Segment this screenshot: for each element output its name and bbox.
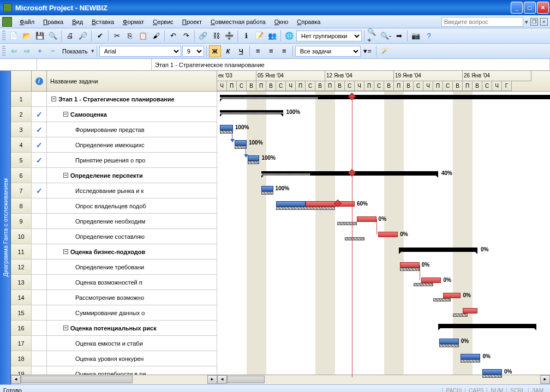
bold-button[interactable]: Ж	[209, 45, 221, 57]
align-left-button[interactable]: ≡	[252, 45, 264, 57]
assign-button[interactable]: 👥	[266, 30, 278, 42]
summary-bar[interactable]	[220, 110, 283, 114]
outline-toggle[interactable]: −	[63, 325, 68, 330]
zoom-in-button[interactable]: 🔍+	[367, 30, 379, 42]
outline-toggle[interactable]: −	[63, 112, 68, 117]
row-id[interactable]: 16	[11, 321, 32, 335]
search-button[interactable]: 🔍	[47, 30, 59, 42]
row-id[interactable]: 15	[11, 305, 32, 320]
notes-button[interactable]: 📝	[253, 30, 265, 42]
table-row[interactable]: 11−Оценка бизнес-подходов	[11, 244, 217, 260]
table-row[interactable]: 4✓Определение имеющихс	[11, 137, 217, 153]
row-id[interactable]: 1	[11, 92, 32, 106]
table-row[interactable]: 12Определение требовани	[11, 260, 217, 275]
task-bar[interactable]	[461, 354, 480, 359]
format-painter-button[interactable]: 🖌	[150, 30, 162, 42]
outline-toggle[interactable]: −	[63, 249, 68, 254]
italic-button[interactable]: К	[222, 45, 234, 57]
publish-button[interactable]: 🌐	[283, 30, 295, 42]
maximize-button[interactable]: □	[524, 2, 536, 14]
row-name[interactable]: −Оценка потенциальных риск	[47, 321, 217, 335]
table-row[interactable]: 7✓Исследование рынка и к	[11, 183, 217, 198]
help-button[interactable]: ?	[423, 30, 435, 42]
cut-button[interactable]: ✂	[111, 30, 123, 42]
task-bar[interactable]	[400, 262, 420, 268]
row-name[interactable]: Определение необходим	[47, 214, 217, 228]
row-name[interactable]: Определение имеющихс	[47, 137, 217, 152]
menu-Окно[interactable]: Окно	[270, 17, 293, 27]
table-row[interactable]: 3✓Формирование представ	[11, 122, 217, 137]
row-id[interactable]: 5	[11, 153, 32, 167]
task-bar[interactable]	[261, 186, 273, 191]
row-name[interactable]: Исследование рынка и к	[47, 183, 217, 198]
row-name[interactable]: Суммирование данных о	[47, 305, 217, 320]
scroll-right-button[interactable]: ►	[207, 375, 217, 384]
task-bar[interactable]	[248, 155, 260, 161]
row-id[interactable]: 7	[11, 183, 32, 198]
table-row[interactable]: 8Опрос владельцев подоб	[11, 198, 217, 214]
table-row[interactable]: 1−Этап 1 - Стратегическое планирование	[11, 92, 217, 107]
open-button[interactable]: 📂	[21, 30, 33, 42]
row-id[interactable]: 11	[11, 244, 32, 259]
table-row[interactable]: 9Определение необходим	[11, 214, 217, 229]
menu-Сервис[interactable]: Сервис	[148, 17, 178, 27]
scroll-left-button[interactable]: ◄	[11, 375, 21, 384]
row-name[interactable]: Оценка уровня конкурен	[47, 351, 217, 366]
row-id[interactable]: 14	[11, 290, 32, 305]
filter-combo[interactable]: Все задачи	[295, 46, 361, 57]
redo-button[interactable]: ↷	[180, 30, 192, 42]
row-name[interactable]: Опрос владельцев подоб	[47, 198, 217, 213]
font-size-combo[interactable]: 9	[182, 46, 204, 57]
split-button[interactable]: ➗	[223, 30, 235, 42]
row-id[interactable]: 10	[11, 229, 32, 244]
row-id[interactable]: 6	[11, 168, 32, 183]
task-bar[interactable]	[482, 369, 502, 375]
font-combo[interactable]: Arial	[99, 46, 181, 57]
summary-bar[interactable]	[399, 248, 477, 252]
outline-toggle[interactable]: −	[63, 173, 68, 178]
underline-button[interactable]: Ч	[235, 45, 247, 57]
group-combo[interactable]: Нет группировки	[296, 31, 362, 41]
task-bar[interactable]	[463, 308, 477, 313]
minimize-button[interactable]: _	[511, 2, 523, 14]
menu-Совместная работа[interactable]: Совместная работа	[206, 17, 270, 27]
unlink-button[interactable]: ⛓	[210, 30, 222, 42]
row-name[interactable]: Определение требовани	[47, 260, 217, 274]
menu-Файл[interactable]: Файл	[15, 17, 39, 27]
table-row[interactable]: 18Оценка уровня конкурен	[11, 351, 217, 366]
task-bar[interactable]	[306, 201, 355, 207]
task-bar[interactable]	[378, 232, 398, 237]
save-button[interactable]: 💾	[34, 30, 46, 42]
toolbar-grip[interactable]	[2, 46, 5, 57]
nav-back-button[interactable]: ⇦	[8, 45, 20, 57]
new-button[interactable]: 📄	[8, 30, 20, 42]
copy-picture-button[interactable]: 📷	[410, 30, 422, 42]
paste-button[interactable]: 📋	[137, 30, 149, 42]
close-button[interactable]: ×	[537, 2, 549, 14]
table-row[interactable]: 15Суммирование данных о	[11, 305, 217, 321]
row-name[interactable]: Оценка возможностей п	[47, 275, 217, 290]
task-bar[interactable]	[220, 125, 232, 130]
spellcheck-button[interactable]: ✔	[94, 30, 106, 42]
table-row[interactable]: 13Оценка возможностей п	[11, 275, 217, 290]
show-label[interactable]: Показать	[60, 48, 90, 55]
info-button[interactable]: ℹ	[240, 30, 252, 42]
task-bar[interactable]	[421, 278, 441, 283]
row-name[interactable]: Оценка емкости и стаби	[47, 336, 217, 351]
row-id[interactable]: 4	[11, 137, 32, 152]
print-button[interactable]: 🖨	[64, 30, 76, 42]
menu-Правка[interactable]: Правка	[39, 17, 68, 27]
indent-button[interactable]: −	[47, 45, 59, 57]
row-id[interactable]: 12	[11, 260, 32, 274]
entry-value[interactable]: Этап 1 - Стратегическое планирование	[152, 59, 550, 70]
copy-button[interactable]: ⎘	[124, 30, 136, 42]
row-name[interactable]: −Самооценка	[47, 107, 217, 122]
task-bar[interactable]	[276, 201, 306, 207]
table-row[interactable]: 2✓−Самооценка	[11, 107, 217, 122]
align-center-button[interactable]: ≡	[265, 45, 277, 57]
table-row[interactable]: 16−Оценка потенциальных риск	[11, 321, 217, 336]
summary-bar[interactable]	[220, 95, 550, 99]
row-id[interactable]: 18	[11, 351, 32, 366]
grid-header-id[interactable]	[11, 71, 32, 91]
align-right-button[interactable]: ≡	[278, 45, 290, 57]
